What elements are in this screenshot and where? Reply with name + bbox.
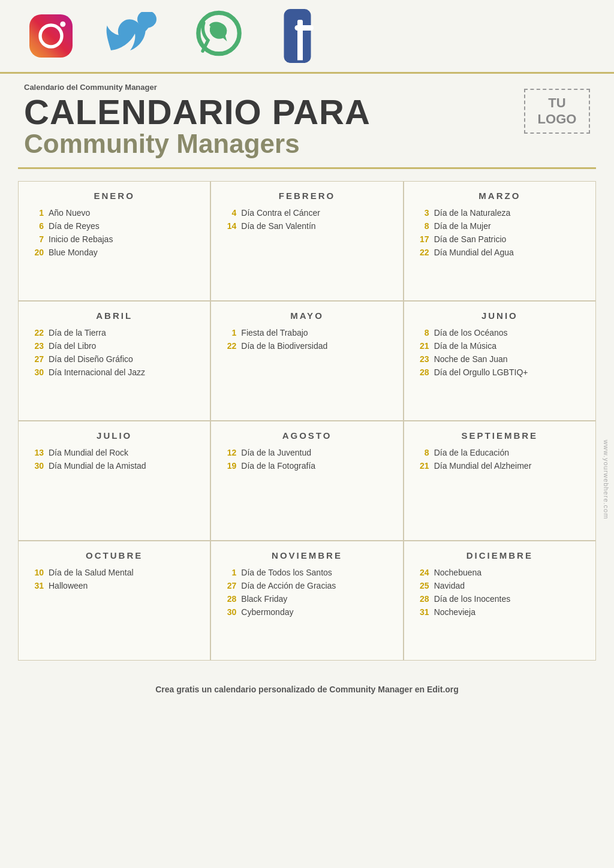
facebook-icon bbox=[270, 6, 336, 66]
event-name: Día de la Salud Mental bbox=[49, 568, 134, 577]
event-name: Día de los Inocentes bbox=[434, 594, 511, 604]
event-item: 3Día de la Naturaleza bbox=[416, 208, 583, 218]
title-left: Calendario del Community Manager CALENDA… bbox=[24, 83, 371, 158]
svg-point-2 bbox=[60, 22, 65, 27]
event-name: Día de la Juventud bbox=[241, 448, 311, 457]
event-day: 13 bbox=[31, 448, 44, 457]
event-list: 8Día de los Océanos21Día de la Música23N… bbox=[416, 328, 583, 377]
title-section: Calendario del Community Manager CALENDA… bbox=[0, 74, 614, 161]
event-item: 24Nochebuena bbox=[416, 568, 583, 577]
event-item: 27Día de Acción de Gracias bbox=[223, 581, 390, 590]
event-name: Día de la Naturaleza bbox=[434, 208, 511, 218]
event-day: 8 bbox=[416, 328, 429, 337]
footer: Crea gratis un calendario personalizado … bbox=[0, 673, 614, 706]
event-name: Noche de San Juan bbox=[434, 354, 508, 364]
month-cell-abril: ABRIL22Día de la Tierra23Día del Libro27… bbox=[18, 301, 210, 421]
event-day: 25 bbox=[416, 581, 429, 590]
event-name: Día del Orgullo LGBTIQ+ bbox=[434, 367, 528, 377]
event-day: 19 bbox=[223, 461, 236, 471]
event-day: 23 bbox=[416, 354, 429, 364]
event-name: Inicio de Rebajas bbox=[49, 234, 113, 244]
event-day: 28 bbox=[223, 594, 236, 604]
event-name: Black Friday bbox=[241, 594, 287, 604]
event-item: 21Día Mundial del Alzheimer bbox=[416, 461, 583, 471]
logo-box: TULOGO bbox=[524, 89, 590, 134]
event-name: Día de la Tierra bbox=[49, 328, 106, 337]
event-list: 4Día Contra el Cáncer14Día de San Valent… bbox=[223, 208, 390, 231]
header-icons-bar bbox=[0, 0, 614, 74]
event-name: Día de la Biodiversidad bbox=[241, 341, 327, 351]
event-name: Día Mundial del Alzheimer bbox=[434, 461, 532, 471]
event-day: 4 bbox=[223, 208, 236, 218]
event-item: 31Halloween bbox=[31, 581, 198, 590]
event-list: 8Día de la Educación21Día Mundial del Al… bbox=[416, 448, 583, 471]
month-name: MAYO bbox=[223, 311, 390, 321]
event-list: 24Nochebuena25Navidad28Día de los Inocen… bbox=[416, 568, 583, 617]
event-day: 21 bbox=[416, 461, 429, 471]
month-name: ENERO bbox=[31, 191, 198, 201]
event-day: 22 bbox=[416, 248, 429, 257]
event-name: Fiesta del Trabajo bbox=[241, 328, 308, 337]
month-name: SEPTIEMBRE bbox=[416, 430, 583, 441]
event-day: 21 bbox=[416, 341, 429, 351]
event-item: 31Nochevieja bbox=[416, 607, 583, 617]
event-item: 8Día de la Mujer bbox=[416, 221, 583, 231]
side-text-wrapper: www.yourwebhere.com bbox=[599, 420, 614, 540]
event-day: 20 bbox=[31, 248, 44, 257]
twitter-icon bbox=[102, 6, 168, 66]
instagram-icon bbox=[18, 6, 84, 66]
event-day: 17 bbox=[416, 234, 429, 244]
event-day: 31 bbox=[416, 607, 429, 617]
event-list: 12Día de la Juventud19Día de la Fotograf… bbox=[223, 448, 390, 471]
month-name: DICIEMBRE bbox=[416, 550, 583, 560]
title-divider bbox=[18, 167, 596, 169]
month-cell-agosto: AGOSTO12Día de la Juventud19Día de la Fo… bbox=[210, 421, 403, 541]
month-name: AGOSTO bbox=[223, 430, 390, 441]
event-item: 30Día Mundial de la Amistad bbox=[31, 461, 198, 471]
event-day: 7 bbox=[31, 234, 44, 244]
event-name: Blue Monday bbox=[49, 248, 98, 257]
svg-rect-9 bbox=[297, 31, 303, 61]
event-name: Día de la Fotografía bbox=[241, 461, 315, 471]
month-name: JUNIO bbox=[416, 311, 583, 321]
event-day: 10 bbox=[31, 568, 44, 577]
event-item: 28Black Friday bbox=[223, 594, 390, 604]
event-item: 8Día de los Océanos bbox=[416, 328, 583, 337]
event-item: 22Día de la Biodiversidad bbox=[223, 341, 390, 351]
event-item: 4Día Contra el Cáncer bbox=[223, 208, 390, 218]
event-item: 20Blue Monday bbox=[31, 248, 198, 257]
event-name: Día de Reyes bbox=[49, 221, 100, 231]
subtitle-text: Calendario del Community Manager bbox=[24, 83, 371, 92]
event-name: Día de San Patricio bbox=[434, 234, 507, 244]
event-name: Día de San Valentín bbox=[241, 221, 315, 231]
event-item: 10Día de la Salud Mental bbox=[31, 568, 198, 577]
event-name: Día Contra el Cáncer bbox=[241, 208, 320, 218]
month-cell-marzo: MARZO3Día de la Naturaleza8Día de la Muj… bbox=[404, 181, 596, 301]
event-item: 1Fiesta del Trabajo bbox=[223, 328, 390, 337]
event-item: 21Día de la Música bbox=[416, 341, 583, 351]
month-cell-septiembre: SEPTIEMBRE8Día de la Educación21Día Mund… bbox=[404, 421, 596, 541]
event-name: Navidad bbox=[434, 581, 465, 590]
event-day: 12 bbox=[223, 448, 236, 457]
event-day: 8 bbox=[416, 221, 429, 231]
event-item: 22Día de la Tierra bbox=[31, 328, 198, 337]
event-name: Año Nuevo bbox=[49, 208, 90, 218]
month-name: MARZO bbox=[416, 191, 583, 201]
month-cell-febrero: FEBRERO4Día Contra el Cáncer14Día de San… bbox=[210, 181, 403, 301]
event-day: 22 bbox=[31, 328, 44, 337]
svg-rect-0 bbox=[29, 14, 73, 58]
event-item: 7Inicio de Rebajas bbox=[31, 234, 198, 244]
event-day: 24 bbox=[416, 568, 429, 577]
event-name: Día Mundial del Rock bbox=[49, 448, 128, 457]
event-name: Día Mundial de la Amistad bbox=[49, 461, 146, 471]
event-day: 3 bbox=[416, 208, 429, 218]
event-name: Día Mundial del Agua bbox=[434, 248, 514, 257]
event-list: 13Día Mundial del Rock30Día Mundial de l… bbox=[31, 448, 198, 471]
event-item: 6Día de Reyes bbox=[31, 221, 198, 231]
event-day: 1 bbox=[31, 208, 44, 218]
event-name: Día de la Mujer bbox=[434, 221, 491, 231]
month-name: JULIO bbox=[31, 430, 198, 441]
event-item: 30Día Internacional del Jazz bbox=[31, 367, 198, 377]
event-item: 28Día del Orgullo LGBTIQ+ bbox=[416, 367, 583, 377]
event-day: 30 bbox=[223, 607, 236, 617]
